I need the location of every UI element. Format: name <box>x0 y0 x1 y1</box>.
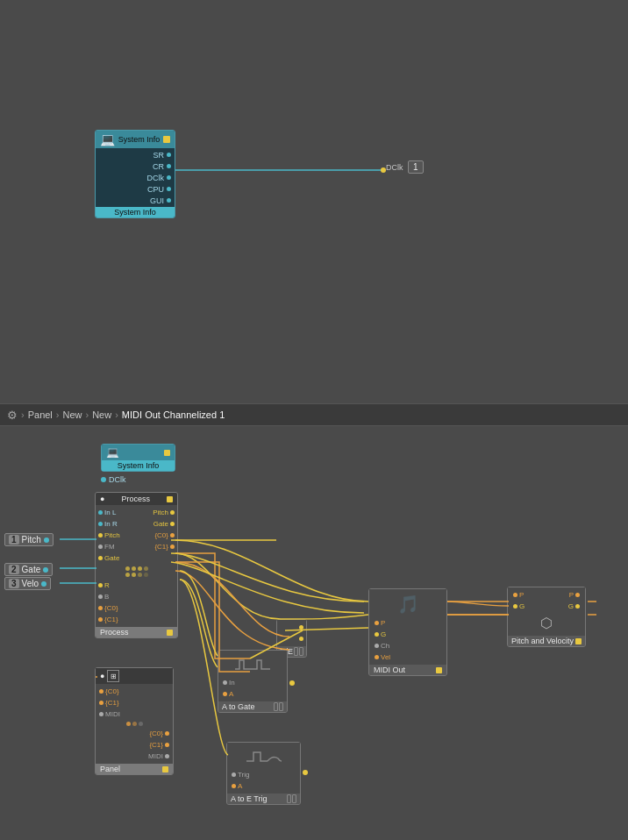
breadcrumb-sep-0: › <box>21 409 25 420</box>
panel-footer: Panel <box>100 765 120 773</box>
bottom-canvas: 💻 System Info DClk 1 Pitch 2 Gate 3 Velo… <box>0 426 628 840</box>
breadcrumb-panel[interactable]: Panel <box>28 409 53 420</box>
panel-icon: ⚙ <box>7 409 18 422</box>
sysinfo-node-top[interactable]: 💻 System Info SR CR DClk CPU GUI System … <box>95 130 175 218</box>
badge-1-top: 1 <box>408 160 424 174</box>
process-node[interactable]: ● Process In L Pitch In R Gate Pitch {C0… <box>95 492 178 638</box>
top-canvas: 💻 System Info SR CR DClk CPU GUI System … <box>0 0 628 403</box>
a-to-e-trig-node[interactable]: Trig A A to E Trig <box>226 742 301 805</box>
input-velo[interactable]: 3 Velo <box>4 577 51 590</box>
a-to-gate-node[interactable]: In A A to Gate <box>218 650 288 713</box>
dclk-port: DClk <box>109 475 126 484</box>
sysinfo-footer-top: System Info <box>96 207 175 217</box>
panel-node[interactable]: ● ⊞ {C0} {C1} MIDI <box>95 667 174 775</box>
sysinfo-footer-bottom: System Info <box>102 460 175 471</box>
midi-out-node[interactable]: 🎵 P G Ch Vel <box>368 588 447 676</box>
breadcrumb-new-2[interactable]: New <box>92 409 111 420</box>
a-to-gate-footer: A to Gate <box>222 702 255 711</box>
breadcrumb-bar: ⚙ › Panel › New › New › MIDI Out Channel… <box>0 403 628 426</box>
breadcrumb-sep-1: › <box>56 409 60 420</box>
pitch-vel-footer: Pitch and Velocity <box>511 637 574 645</box>
midi-out-footer: MIDI Out <box>374 666 405 674</box>
breadcrumb-midi-out[interactable]: MIDI Out Channelized 1 <box>122 409 225 420</box>
input-pitch[interactable]: 1 Pitch <box>4 533 54 546</box>
input-gate[interactable]: 2 Gate <box>4 563 53 576</box>
process-title: Process <box>121 495 150 503</box>
breadcrumb-sep-3: › <box>115 409 118 420</box>
breadcrumb-sep-2: › <box>86 409 89 420</box>
dclk-label-top: DClk <box>386 163 403 172</box>
a-to-e-trig-footer: A to E Trig <box>231 794 268 803</box>
breadcrumb-new-1[interactable]: New <box>62 409 82 420</box>
process-footer: Process <box>100 628 129 637</box>
sysinfo-node-bottom[interactable]: 💻 System Info DClk <box>101 444 175 484</box>
pitch-velocity-node[interactable]: P P G G ⬡ Pitch and Velocity <box>507 587 586 647</box>
